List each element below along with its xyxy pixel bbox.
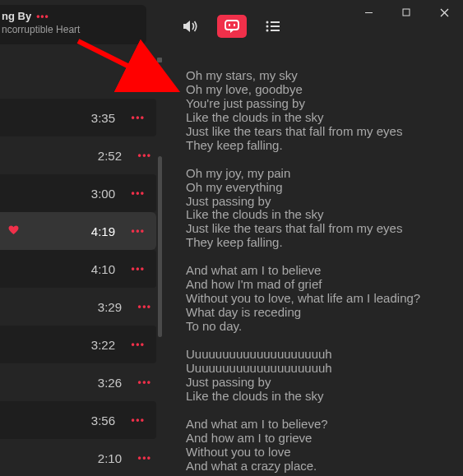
center-controls bbox=[176, 15, 288, 38]
lyrics-stanza: Oh my joy, my pain Oh my everything Just… bbox=[186, 167, 455, 251]
track-more-icon[interactable]: ••• bbox=[130, 225, 146, 237]
track-more-icon[interactable]: ••• bbox=[130, 263, 146, 275]
heart-icon[interactable] bbox=[8, 224, 19, 238]
minimize-button[interactable] bbox=[350, 0, 387, 25]
track-row[interactable]: 3:22••• bbox=[0, 326, 156, 363]
lyrics-stanza: And what am I to believe And how I'm mad… bbox=[186, 264, 455, 334]
now-playing-more-icon[interactable]: ••• bbox=[36, 11, 49, 22]
track-more-icon[interactable]: ••• bbox=[130, 414, 146, 426]
svg-point-9 bbox=[266, 25, 268, 28]
track-row[interactable]: 3:35••• bbox=[0, 99, 156, 136]
svg-point-7 bbox=[266, 21, 268, 24]
track-more-icon[interactable]: ••• bbox=[137, 301, 153, 312]
now-playing-title: ng By bbox=[2, 10, 31, 22]
track-duration: 3:22 bbox=[87, 338, 115, 352]
track-duration: 2:52 bbox=[94, 149, 122, 163]
lyrics-icon bbox=[223, 19, 241, 34]
now-playing-subtitle: ncorruptible Heart bbox=[2, 24, 140, 35]
track-duration: 3:29 bbox=[94, 300, 122, 314]
track-duration: 4:10 bbox=[87, 262, 115, 276]
track-duration: 3:56 bbox=[87, 414, 115, 427]
now-playing-card[interactable]: ng By ••• ncorruptible Heart bbox=[0, 5, 146, 44]
track-more-icon[interactable]: ••• bbox=[137, 150, 153, 161]
lyrics-pane[interactable]: Oh my stars, my sky Oh my love, goodbye … bbox=[171, 56, 463, 476]
track-duration: 3:26 bbox=[94, 376, 122, 390]
track-row[interactable]: 2:10••• bbox=[0, 439, 163, 476]
track-row[interactable]: 3:00••• bbox=[0, 174, 156, 212]
track-more-icon[interactable]: ••• bbox=[137, 452, 153, 464]
list-icon bbox=[264, 19, 282, 34]
close-button[interactable] bbox=[425, 0, 463, 25]
scroll-up-icon[interactable] bbox=[157, 58, 162, 62]
track-row[interactable]: 3:29••• bbox=[0, 288, 163, 326]
track-list-pane: 3:35•••2:52•••3:00•••4:19•••4:10•••3:29•… bbox=[0, 51, 163, 476]
track-duration: 3:35 bbox=[87, 111, 115, 125]
track-more-icon[interactable]: ••• bbox=[130, 339, 146, 350]
speaker-icon bbox=[182, 19, 200, 34]
track-duration: 2:10 bbox=[94, 451, 122, 465]
svg-rect-1 bbox=[403, 9, 410, 16]
track-more-icon[interactable]: ••• bbox=[137, 377, 153, 388]
window-controls bbox=[350, 0, 463, 25]
lyrics-button[interactable] bbox=[217, 15, 247, 38]
track-more-icon[interactable]: ••• bbox=[130, 187, 146, 199]
track-row[interactable]: 3:26••• bbox=[0, 363, 163, 401]
track-row[interactable]: 4:19••• bbox=[0, 212, 156, 250]
lyrics-stanza: Oh my stars, my sky Oh my love, goodbye … bbox=[186, 69, 455, 153]
lyrics-stanza: And what am I to believe? And how am I t… bbox=[186, 418, 455, 474]
track-more-icon[interactable]: ••• bbox=[130, 112, 146, 123]
svg-rect-4 bbox=[225, 21, 238, 30]
svg-point-11 bbox=[266, 30, 268, 32]
lyrics-stanza: Uuuuuuuuuuuuuuuuuuuuh Uuuuuuuuuuuuuuuuuu… bbox=[186, 348, 455, 404]
track-row[interactable]: 4:10••• bbox=[0, 250, 156, 288]
track-duration: 4:19 bbox=[87, 224, 115, 238]
queue-button[interactable] bbox=[258, 15, 288, 38]
track-duration: 3:00 bbox=[87, 187, 115, 201]
volume-button[interactable] bbox=[176, 15, 206, 38]
maximize-button[interactable] bbox=[387, 0, 425, 25]
track-row[interactable]: 2:52••• bbox=[0, 136, 163, 174]
track-row[interactable]: 3:56••• bbox=[0, 401, 156, 439]
